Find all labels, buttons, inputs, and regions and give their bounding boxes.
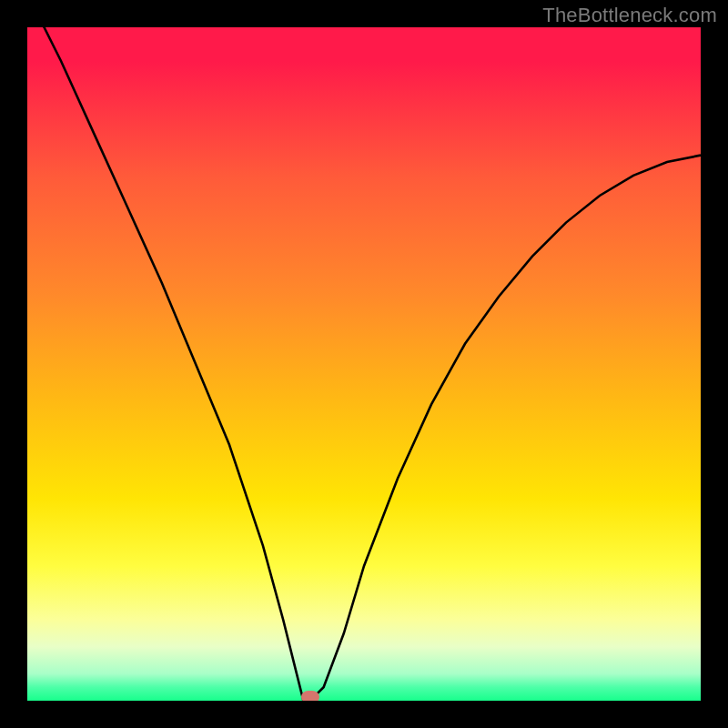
watermark-text: TheBottleneck.com <box>542 4 717 27</box>
curve-line <box>27 27 701 701</box>
curve-svg <box>27 27 701 701</box>
minimum-marker <box>301 691 319 701</box>
plot-area <box>27 27 701 701</box>
chart-frame: TheBottleneck.com <box>0 0 728 728</box>
